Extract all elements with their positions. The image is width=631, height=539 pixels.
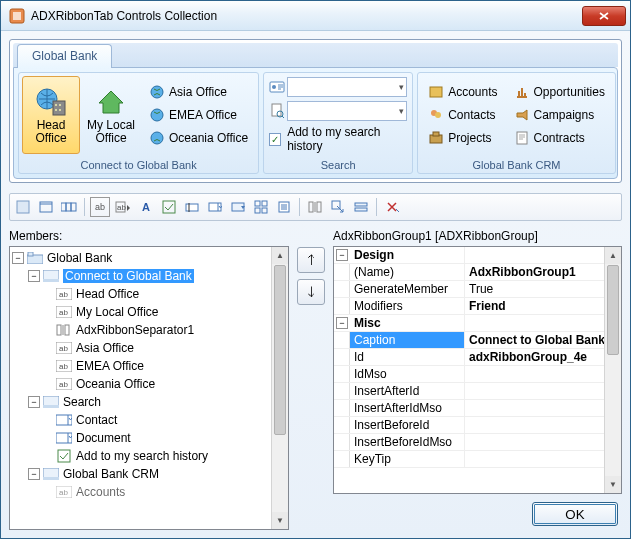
tree-crm[interactable]: −Global Bank CRM [12,465,286,483]
campaigns-button[interactable]: Campaigns [509,104,610,126]
tb-dialoglauncher-icon[interactable] [328,197,348,217]
emea-office-button[interactable]: EMEA Office [144,104,253,126]
button-ab-icon: ab [56,340,72,356]
tb-editbox-icon[interactable] [182,197,202,217]
ribbon-tab-global-bank[interactable]: Global Bank [17,44,112,68]
button-ab-icon: ab [56,484,72,500]
tb-separator-icon[interactable] [305,197,325,217]
contracts-label: Contracts [534,131,585,145]
tb-dropdown-icon[interactable] [228,197,248,217]
tb-sep [299,198,300,216]
prop-row-generate[interactable]: GenerateMemberTrue [334,281,621,298]
prop-row-modifiers[interactable]: ModifiersFriend [334,298,621,315]
svg-point-9 [151,109,163,121]
prop-row-id[interactable]: IdadxRibbonGroup_4e [334,349,621,366]
prop-cat-misc[interactable]: −Misc [334,315,621,332]
accounts-button[interactable]: Accounts [423,81,502,103]
contacts-button[interactable]: Contacts [423,104,502,126]
tree-item[interactable]: abOceania Office [12,375,286,393]
tb-delete-icon[interactable] [382,197,402,217]
opportunities-label: Opportunities [534,85,605,99]
svg-rect-62 [58,450,70,462]
main-area: Members: −Global Bank −Connect to Global… [9,229,622,530]
accounts-label: Accounts [448,85,497,99]
svg-rect-41 [355,208,367,211]
tb-menu-icon[interactable] [274,197,294,217]
svg-rect-21 [17,201,29,213]
button-ab-icon: ab [56,376,72,392]
ribbon-group-search: ▾ ▾ ✓ Add to my search history Search [263,72,413,174]
svg-rect-33 [262,201,267,206]
propgrid-scrollbar[interactable]: ▲ ▼ [604,247,621,493]
svg-rect-7 [59,109,61,111]
tree-item[interactable]: abEMEA Office [12,357,286,375]
tree-item[interactable]: AdxRibbonSeparator1 [12,321,286,339]
tb-button-icon[interactable]: ab [90,197,110,217]
tree-item[interactable]: abAccounts [12,483,286,501]
property-grid[interactable]: −Design (Name)AdxRibbonGroup1 GenerateMe… [333,246,622,494]
svg-rect-32 [255,201,260,206]
tb-label-icon[interactable]: A [136,197,156,217]
history-checkbox[interactable]: ✓ [269,133,281,146]
svg-rect-45 [43,279,59,282]
group-icon [43,268,59,284]
window-title: ADXRibbonTab Controls Collection [31,9,582,23]
asia-office-button[interactable]: Asia Office [144,81,253,103]
prop-row-insertbeforeidmso[interactable]: InsertBeforeIdMso [334,434,621,451]
tb-buttongroup-icon[interactable] [59,197,79,217]
tree-scrollbar[interactable]: ▲ ▼ [271,247,288,529]
tb-combobox-icon[interactable] [205,197,225,217]
tb-item-icon[interactable] [351,197,371,217]
prop-row-insertbeforeid[interactable]: InsertBeforeId [334,417,621,434]
opportunities-button[interactable]: Opportunities [509,81,610,103]
tb-sep [84,198,85,216]
contracts-button[interactable]: Contracts [509,127,610,149]
tree-item[interactable]: Document [12,429,286,447]
svg-point-10 [151,132,163,144]
scroll-down-icon[interactable]: ▼ [272,512,288,529]
tree-item[interactable]: abAsia Office [12,339,286,357]
tree-search[interactable]: −Search [12,393,286,411]
prop-cat-design[interactable]: −Design [334,247,621,264]
scroll-thumb[interactable] [607,265,619,355]
tree-item[interactable]: Add to my search history [12,447,286,465]
scroll-up-icon[interactable]: ▲ [272,247,288,264]
ok-button[interactable]: OK [532,502,618,526]
scroll-down-icon[interactable]: ▼ [605,476,621,493]
tree-item[interactable]: Contact [12,411,286,429]
tree-item[interactable]: abMy Local Office [12,303,286,321]
scroll-thumb[interactable] [274,265,286,435]
prop-row-keytip[interactable]: KeyTip [334,451,621,468]
scroll-up-icon[interactable]: ▲ [605,247,621,264]
tree-item[interactable]: abHead Office [12,285,286,303]
svg-rect-60 [56,415,72,425]
oceania-office-button[interactable]: Oceania Office [144,127,253,149]
prop-row-insertafterid[interactable]: InsertAfterId [334,383,621,400]
prop-row-name[interactable]: (Name)AdxRibbonGroup1 [334,264,621,281]
prop-row-insertafteridmso[interactable]: InsertAfterIdMso [334,400,621,417]
tree-connect[interactable]: −Connect to Global Bank [12,267,286,285]
projects-button[interactable]: Projects [423,127,502,149]
prop-row-idmso[interactable]: IdMso [334,366,621,383]
tree-root[interactable]: −Global Bank [12,249,286,267]
ribbon-body: Head Office My Local Office Asia Office [13,67,618,179]
search-contact-combo[interactable]: ▾ [287,77,407,97]
move-up-button[interactable]: 🡑 [297,247,325,273]
tb-checkbox-icon[interactable] [159,197,179,217]
tb-splitbutton-icon[interactable]: ab [113,197,133,217]
tb-box-icon[interactable] [36,197,56,217]
search-document-combo[interactable]: ▾ [287,101,407,121]
tb-group-icon[interactable] [13,197,33,217]
move-down-button[interactable]: 🡓 [297,279,325,305]
content: Global Bank Head Office [1,31,630,538]
svg-rect-20 [517,132,527,144]
reorder-buttons: 🡑 🡓 [297,229,325,530]
prop-row-caption[interactable]: CaptionConnect to Global Bank [334,332,621,349]
tb-gallery-icon[interactable] [251,197,271,217]
members-tree[interactable]: −Global Bank −Connect to Global Bank abH… [9,246,289,530]
head-office-button[interactable]: Head Office [22,76,80,154]
checkbox-icon [56,448,72,464]
close-button[interactable] [582,6,626,26]
svg-rect-15 [430,87,442,97]
local-office-button[interactable]: My Local Office [82,76,140,154]
